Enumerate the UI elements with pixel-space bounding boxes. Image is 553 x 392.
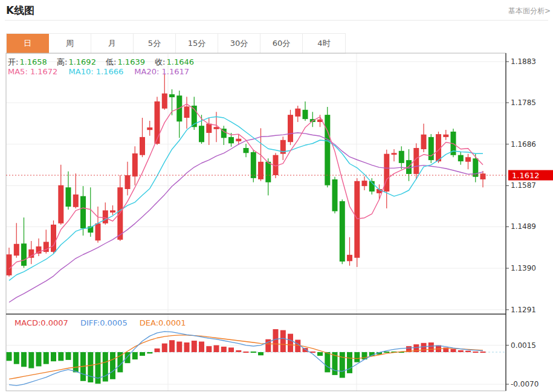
svg-text:1.1489: 1.1489 [511, 222, 536, 231]
ma-legend: MA5: 1.1672 MA10: 1.1666 MA20: 1.1617 [8, 67, 189, 76]
ma5-legend: MA5: 1.1672 [8, 67, 57, 76]
open-label: 开: [8, 57, 18, 66]
high-label: 高: [57, 57, 67, 66]
close-label: 收: [155, 57, 165, 66]
low-value: 1.1639 [117, 57, 145, 66]
low-label: 低: [106, 57, 116, 66]
diff-value: DIFF:0.0005 [80, 318, 128, 327]
svg-text:1.1291: 1.1291 [511, 306, 536, 314]
svg-text:1.1587: 1.1587 [511, 181, 536, 190]
ma10-legend: MA10: 1.1666 [69, 67, 124, 76]
svg-text:1.1785: 1.1785 [511, 98, 536, 107]
close-value: 1.1646 [166, 57, 194, 66]
ohlc-legend: 开:1.1658 高:1.1692 低:1.1639 收:1.1646 [8, 57, 201, 68]
svg-text:1.1390: 1.1390 [511, 264, 536, 272]
open-value: 1.1658 [19, 57, 47, 66]
svg-text:1.1612: 1.1612 [512, 171, 540, 180]
svg-text:0.0015: 0.0015 [511, 341, 536, 350]
macd-value: MACD:0.0007 [15, 318, 68, 327]
svg-text:1.1883: 1.1883 [511, 57, 536, 66]
kline-page: K线图 基本面分析> 日 周 月 5分 15分 30分 60分 4时 1.188… [0, 0, 553, 392]
svg-text:1.1686: 1.1686 [511, 140, 536, 149]
high-value: 1.1692 [68, 57, 96, 66]
svg-text:-0.0070: -0.0070 [511, 380, 538, 388]
dea-value: DEA:0.0001 [140, 318, 186, 327]
macd-legend: MACD:0.0007 DIFF:0.0005 DEA:0.0001 [15, 318, 186, 327]
ma20-legend: MA20: 1.1617 [134, 67, 189, 76]
